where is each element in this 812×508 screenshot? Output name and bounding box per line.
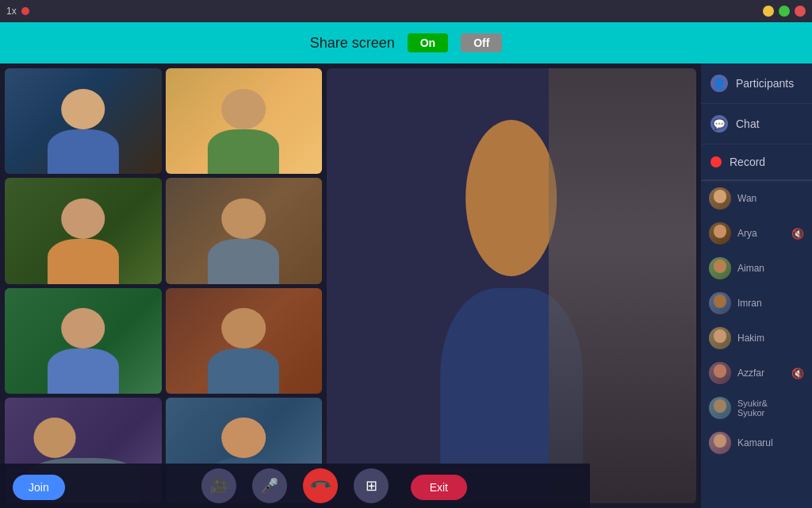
video-person-4 [189,194,298,283]
participant-azzfar[interactable]: Azzfar 🔇 [701,356,812,391]
participant-name-wan: Wan [737,193,804,204]
toolbar: Join 🎥 🎤 📞 ⊞ Exit [0,464,590,508]
participant-name-aiman: Aiman [737,263,804,274]
participant-syukir[interactable]: Syukir&Syukor [701,391,812,425]
window-controls[interactable]: − □ × [763,6,806,17]
app-container: Share screen On Off [0,22,812,508]
participant-name-arya: Arya [737,228,785,239]
large-video-cell[interactable] [327,68,696,503]
close-button[interactable]: × [795,6,806,17]
participants-label: Participants [736,77,794,90]
person-body [48,129,119,175]
avatar-head [714,260,727,273]
avatar-head [714,190,727,203]
record-label: Record [730,156,765,168]
person-head [222,89,266,129]
avatar-head [714,434,727,448]
participant-hakim[interactable]: Hakim [701,321,812,356]
screen-share-icon: ⊞ [366,477,377,495]
titlebar-zoom: 1x [6,6,29,17]
participant-kamarul[interactable]: Kamarul [701,425,812,460]
camera-button[interactable]: 🎥 [201,468,236,503]
sidebar: 👤 Participants 💬 Chat Record Wan [701,64,812,508]
avatar-syukir [709,397,731,419]
avatar-aiman [709,257,731,279]
avatar-arya [709,222,731,244]
video-person-1 [29,84,138,174]
person-head [222,198,266,239]
sidebar-participants[interactable]: 👤 Participants [701,64,812,104]
mic-icon: 🎤 [261,477,278,495]
mute-icon-azzfar: 🔇 [791,368,804,379]
zoom-label: 1x [6,6,17,17]
mic-button[interactable]: 🎤 [252,468,287,503]
person-head [34,418,76,458]
camera-icon: 🎥 [210,477,228,495]
participants-icon: 👤 [710,75,728,92]
person-head [222,418,266,458]
video-person-3 [29,194,138,283]
video-cell-2[interactable] [166,68,323,174]
mute-icon-arya: 🔇 [791,228,804,240]
exit-button[interactable]: Exit [411,475,467,500]
small-video-grid [5,68,322,503]
video-cell-3[interactable] [5,178,162,283]
video-cell-5[interactable] [5,288,162,394]
avatar-head [714,225,727,238]
person-body [48,239,119,284]
avatar-head [714,364,727,378]
avatar-imran [709,292,731,314]
avatar-kamarul [709,432,731,454]
participant-name-kamarul: Kamarul [737,437,804,448]
participant-wan[interactable]: Wan [701,181,812,216]
avatar-head [714,399,727,413]
share-off-button[interactable]: Off [461,33,502,52]
record-indicator [21,7,29,15]
video-area: Join 🎥 🎤 📞 ⊞ Exit [0,64,701,508]
chat-label: Chat [736,117,760,130]
person-head [61,308,105,348]
chat-icon: 💬 [710,115,728,133]
avatar-azzfar [709,362,731,384]
participant-name-syukir: Syukir&Syukor [737,398,804,418]
person-head [222,308,266,348]
participant-arya[interactable]: Arya 🔇 [701,216,812,251]
participant-list: Wan Arya 🔇 Aiman [701,181,812,508]
sidebar-record[interactable]: Record [701,144,812,180]
person-head-large [465,120,557,276]
video-cell-6[interactable] [166,288,323,394]
person-body [208,129,279,175]
person-head [61,198,105,239]
video-background-decor [549,68,696,503]
join-button[interactable]: Join [13,475,65,500]
person-body [208,348,279,394]
person-body [48,348,119,394]
end-call-icon: 📞 [308,473,332,498]
avatar-wan [709,187,731,210]
share-on-button[interactable]: On [408,33,448,52]
avatar-head [714,294,727,308]
avatar-hakim [709,327,731,349]
participant-name-hakim: Hakim [737,333,804,344]
video-person-5 [29,304,138,394]
participant-name-imran: Imran [737,298,804,309]
avatar-head [714,329,727,343]
video-cell-4[interactable] [166,178,323,283]
sidebar-chat[interactable]: 💬 Chat [701,104,812,144]
share-screen-bar: Share screen On Off [0,22,812,64]
screen-share-button[interactable]: ⊞ [354,468,389,503]
person-body [208,239,279,284]
video-person-6 [189,304,298,394]
participant-imran[interactable]: Imran [701,286,812,321]
title-bar: 1x − □ × [0,0,812,22]
record-dot-icon [710,156,722,167]
end-call-button[interactable]: 📞 [303,468,338,503]
video-person-2 [189,84,298,174]
share-screen-label: Share screen [310,35,395,52]
person-head [61,89,105,129]
content-area: Join 🎥 🎤 📞 ⊞ Exit 👤 [0,64,812,508]
video-cell-1[interactable] [5,68,162,174]
maximize-button[interactable]: □ [779,6,790,17]
participant-aiman[interactable]: Aiman [701,251,812,286]
minimize-button[interactable]: − [763,6,774,17]
